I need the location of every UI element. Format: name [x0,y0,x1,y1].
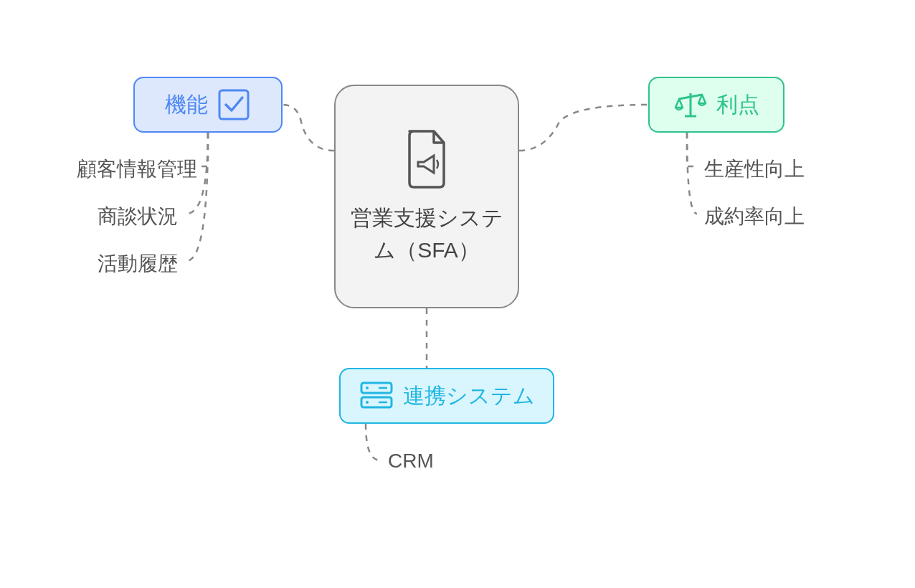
systems-node: 連携システム [339,368,554,424]
features-child-2: 活動履歴 [98,250,178,278]
svg-point-6 [366,387,369,389]
scales-icon [673,89,708,120]
svg-point-7 [366,401,369,404]
mindmap-diagram: 営業支援システム（SFA） 機能 顧客情報管理 商談状況 活動履歴 [0,0,915,588]
systems-label: 連携システム [403,381,535,411]
benefits-child-1: 成約率向上 [704,203,805,230]
benefits-node: 利点 [648,77,784,133]
features-label: 機能 [165,90,208,120]
features-child-1: 商談状況 [98,203,178,230]
center-title: 営業支援システム（SFA） [350,201,503,266]
benefits-child-0: 生産性向上 [704,156,805,183]
document-megaphone-icon [401,127,452,190]
checkbox-icon [217,87,251,122]
systems-child-0: CRM [388,450,434,473]
svg-rect-0 [219,90,248,119]
center-node: 営業支援システム（SFA） [334,85,519,308]
features-child-0: 顧客情報管理 [77,156,197,183]
features-node: 機能 [133,77,283,133]
server-icon [359,380,394,412]
benefits-label: 利点 [716,90,759,120]
